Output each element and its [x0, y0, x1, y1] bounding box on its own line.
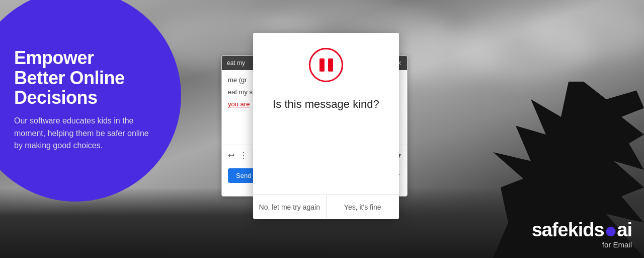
- body-text: Our software educates kids in the moment…: [14, 115, 155, 152]
- left-content: Empower Better Online Decisions Our soft…: [14, 48, 155, 152]
- no-try-again-button[interactable]: No, let me try again: [253, 195, 327, 219]
- brand-subtitle: for Email: [532, 240, 632, 249]
- undo-icon[interactable]: ↩: [228, 151, 234, 160]
- modal-question: Is this message kind?: [263, 97, 389, 112]
- pause-bars: [319, 58, 333, 72]
- brand-section: safekids●ai for Email: [532, 220, 632, 249]
- yes-fine-button[interactable]: Yes, it's fine: [327, 195, 399, 219]
- brand-name-part2: ai: [617, 219, 632, 240]
- headline: Empower Better Online Decisions: [14, 48, 155, 108]
- kindness-modal: Is this message kind? No, let me try aga…: [253, 33, 399, 219]
- pause-icon-circle: [309, 48, 343, 82]
- more-options-icon[interactable]: ⋮: [239, 151, 248, 160]
- brand-name-part1: safekids: [532, 219, 604, 240]
- modal-buttons: No, let me try again Yes, it's fine: [253, 195, 399, 219]
- pause-bar-right: [328, 58, 333, 72]
- pause-bar-left: [319, 58, 325, 72]
- brand-name: safekids●ai: [532, 220, 632, 239]
- email-title: eat my: [227, 59, 245, 67]
